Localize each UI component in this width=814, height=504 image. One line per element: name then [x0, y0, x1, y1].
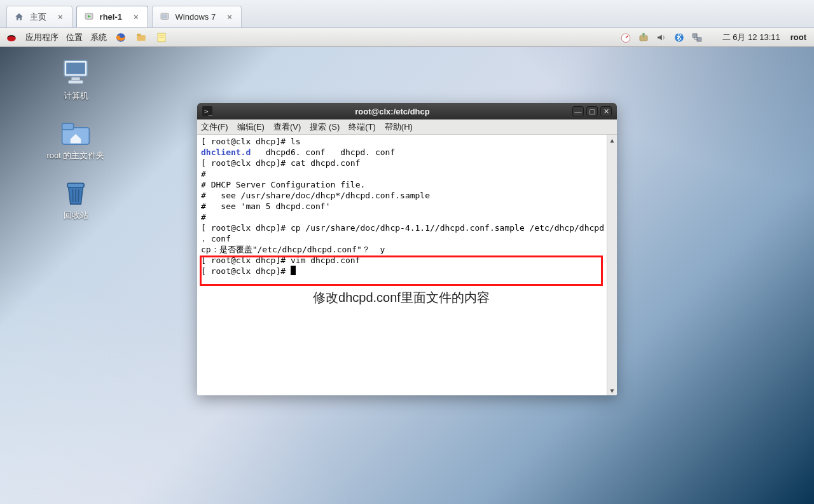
maximize-button[interactable]: ▢ [586, 106, 598, 116]
menu-search[interactable]: 搜索 (S) [310, 121, 340, 133]
system-tray: 二 6月 12 13:11 root [619, 31, 809, 44]
host-tab-rhel[interactable]: rhel-1 × [76, 6, 148, 27]
annotation-note: 修改dhcpd.conf里面文件的内容 [197, 292, 605, 303]
svg-rect-18 [71, 78, 79, 81]
terminal-window: >_ root@clx:/etc/dhcp — ▢ ✕ 文件(F) 编辑(E) … [197, 103, 617, 395]
terminal-titlebar[interactable]: >_ root@clx:/etc/dhcp — ▢ ✕ [197, 103, 617, 119]
svg-rect-15 [697, 37, 701, 41]
scroll-track[interactable] [607, 145, 617, 385]
vm-on-icon [83, 11, 95, 23]
firefox-icon[interactable] [114, 31, 127, 44]
home-icon [13, 11, 25, 23]
menu-places[interactable]: 位置 [66, 32, 83, 43]
svg-rect-7 [137, 34, 141, 36]
desktop-icon-label: 计算机 [64, 90, 88, 102]
terminal-menubar: 文件(F) 编辑(E) 查看(V) 搜索 (S) 终端(T) 帮助(H) [197, 119, 617, 135]
svg-line-25 [78, 189, 79, 202]
close-icon[interactable]: × [134, 12, 139, 22]
desktop-icon-computer[interactable]: 计算机 [34, 58, 117, 102]
host-tab-label: 主页 [30, 11, 46, 23]
scroll-up-button[interactable]: ▲ [607, 135, 617, 145]
svg-rect-19 [69, 81, 83, 84]
volume-icon[interactable] [655, 31, 668, 44]
menu-file[interactable]: 文件(F) [201, 121, 228, 133]
computer-icon [59, 58, 93, 88]
menu-edit[interactable]: 编辑(E) [237, 121, 265, 133]
svg-rect-17 [66, 63, 85, 74]
trash-icon [59, 178, 93, 207]
window-buttons: — ▢ ✕ [572, 106, 612, 116]
host-tabbar: 主页 × rhel-1 × Windows 7 × [0, 0, 814, 28]
svg-rect-3 [162, 15, 167, 18]
file-manager-icon[interactable] [135, 31, 148, 44]
host-tab-label: Windows 7 [176, 12, 216, 22]
gnome-top-panel: 应用程序 位置 系统 二 6月 12 13:11 root [0, 28, 814, 47]
host-tab-windows[interactable]: Windows 7 × [152, 6, 242, 27]
notes-icon[interactable] [155, 31, 168, 44]
home-folder-icon [59, 118, 93, 147]
terminal-output: [ root@clx dhcp]# ls dhclient.d dhcpd6. … [200, 135, 605, 278]
system-monitor-icon[interactable] [619, 31, 632, 44]
bluetooth-icon[interactable] [673, 31, 686, 44]
scroll-down-button[interactable]: ▼ [607, 385, 617, 395]
terminal-scrollbar[interactable]: ▲ ▼ [607, 135, 617, 395]
vm-icon [159, 11, 170, 23]
svg-rect-14 [693, 34, 697, 37]
host-tab-home[interactable]: 主页 × [6, 6, 72, 27]
close-icon[interactable]: × [58, 12, 63, 22]
close-icon[interactable]: × [227, 12, 232, 22]
svg-line-23 [72, 189, 73, 202]
desktop-icons: 计算机 root 的主文件夹 回收站 [34, 58, 117, 238]
menu-applications[interactable]: 应用程序 [25, 32, 59, 43]
close-button[interactable]: ✕ [600, 106, 612, 116]
desktop-icon-trash[interactable]: 回收站 [34, 178, 117, 221]
clock[interactable]: 二 6月 12 13:11 [722, 32, 780, 43]
cursor [291, 266, 296, 275]
svg-text:>_: >_ [204, 107, 212, 116]
desktop-icon-label: root 的主文件夹 [46, 150, 104, 161]
terminal-body[interactable]: [ root@clx dhcp]# ls dhclient.d dhcpd6. … [197, 135, 617, 395]
window-title: root@clx:/etc/dhcp [216, 107, 569, 116]
menu-terminal[interactable]: 终端(T) [348, 121, 376, 133]
minimize-button[interactable]: — [572, 106, 584, 116]
redhat-icon[interactable] [5, 31, 18, 44]
svg-rect-21 [62, 123, 74, 130]
package-updates-icon[interactable] [637, 31, 650, 44]
user-menu[interactable]: root [790, 32, 806, 42]
menu-view[interactable]: 查看(V) [273, 121, 301, 133]
terminal-icon: >_ [202, 106, 212, 116]
desktop-icon-home[interactable]: root 的主文件夹 [34, 118, 117, 161]
svg-rect-22 [67, 183, 84, 187]
network-icon[interactable] [691, 31, 703, 44]
menu-system[interactable]: 系统 [90, 32, 107, 43]
menu-help[interactable]: 帮助(H) [385, 121, 413, 133]
host-tab-label: rhel-1 [100, 12, 122, 22]
desktop-icon-label: 回收站 [64, 210, 88, 221]
